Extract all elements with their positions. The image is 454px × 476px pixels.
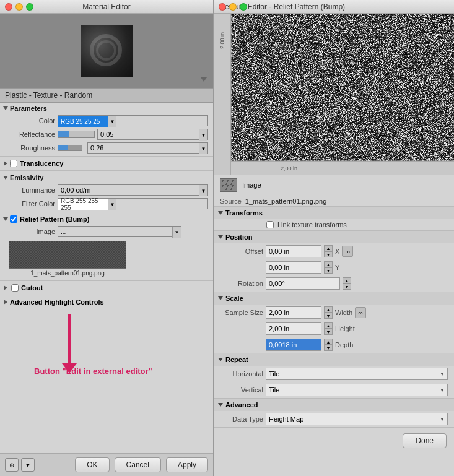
luminance-row: Luminance 0,00 cd/m ▼: [0, 183, 213, 197]
reflectance-value[interactable]: 0,05: [98, 129, 199, 139]
offset-y-unit: Y: [335, 264, 339, 271]
reflectance-input-group[interactable]: 0,05 ▼: [97, 129, 208, 140]
minimize-button[interactable]: [15, 3, 23, 11]
repeat-horizontal-dropdown[interactable]: Tile ▼: [266, 368, 448, 380]
image-dropdown[interactable]: ▼: [172, 227, 181, 238]
transforms-header[interactable]: Transforms: [214, 207, 454, 219]
image-input-group[interactable]: ... ▼: [58, 226, 181, 237]
separator-4: [0, 280, 213, 281]
rotation-label: Rotation: [220, 280, 263, 287]
advanced-header[interactable]: Advanced: [214, 399, 454, 411]
image-name: ...: [58, 227, 172, 236]
cancel-button[interactable]: Cancel: [115, 457, 161, 472]
te-maximize-button[interactable]: [240, 3, 247, 11]
scale-height-input[interactable]: 2,00 in: [266, 322, 321, 335]
scale-header[interactable]: Scale: [214, 292, 454, 305]
noise-texture-canvas: [214, 14, 454, 175]
repeat-horizontal-label: Horizontal: [220, 370, 263, 378]
cutout-checkbox[interactable]: [11, 284, 19, 292]
cutout-section[interactable]: Cutout: [0, 282, 213, 293]
repeat-vertical-dropdown[interactable]: Tile ▼: [266, 384, 448, 396]
offset-link-icon[interactable]: ∞: [342, 246, 353, 257]
relief-pattern-section[interactable]: Relief Pattern (Bump): [0, 214, 213, 225]
link-transforms-checkbox[interactable]: [266, 221, 274, 228]
scale-width-step-down[interactable]: ▼: [324, 313, 333, 319]
scale-width-row: Sample Size 2,00 in ▲ ▼ Width ∞: [214, 305, 454, 321]
add-material-button[interactable]: ⊕: [5, 458, 19, 472]
advanced-highlight-section[interactable]: Advanced Highlight Controls: [0, 296, 213, 308]
offset-y-step-up[interactable]: ▲: [324, 261, 333, 267]
separator-1: [0, 156, 213, 157]
scale-depth-stepper[interactable]: ▲ ▼: [324, 339, 333, 351]
apply-button[interactable]: Apply: [166, 457, 208, 472]
scale-height-step-down[interactable]: ▼: [324, 329, 333, 335]
filter-color-input-group[interactable]: RGB 255 255 255 ▼: [58, 198, 208, 209]
repeat-section: Repeat Horizontal Tile ▼ Vertical Tile ▼: [214, 353, 454, 399]
repeat-horizontal-row: Horizontal Tile ▼: [214, 366, 454, 382]
scale-width-input[interactable]: 2,00 in: [266, 306, 321, 319]
rotation-stepper[interactable]: ▲ ▼: [343, 277, 351, 290]
roughness-stepper[interactable]: ▼: [199, 143, 207, 154]
maximize-button[interactable]: [26, 3, 33, 11]
emissivity-section-header[interactable]: Emissivity: [0, 172, 213, 183]
color-input-group[interactable]: RGB 25 25 25 ▼: [58, 115, 208, 126]
translucency-section[interactable]: Translucency: [0, 158, 213, 169]
te-minimize-button[interactable]: [229, 3, 237, 11]
scale-depth-input[interactable]: 0,0018 in: [266, 339, 321, 351]
cutout-label: Cutout: [21, 284, 43, 292]
position-header[interactable]: Position: [214, 231, 454, 243]
scale-width-stepper[interactable]: ▲ ▼: [324, 306, 333, 319]
offset-x-stepper[interactable]: ▲ ▼: [324, 245, 333, 257]
done-button[interactable]: Done: [403, 433, 447, 448]
offset-x-step-up[interactable]: ▲: [324, 245, 333, 251]
scale-depth-step-down[interactable]: ▼: [324, 345, 333, 351]
preview-dropdown-arrow[interactable]: [201, 77, 207, 82]
texture-editor-panel: Texture Editor - Relief Pattern (Bump) 2…: [214, 0, 454, 476]
offset-x-step-down[interactable]: ▼: [324, 251, 333, 257]
filter-color-dropdown[interactable]: ▼: [108, 199, 116, 210]
close-button[interactable]: [5, 3, 12, 11]
transforms-section: Transforms Link texture transforms: [214, 207, 454, 231]
te-close-button[interactable]: [219, 3, 226, 11]
parameters-section-header[interactable]: Parameters: [0, 103, 213, 114]
offset-y-step-down[interactable]: ▼: [324, 267, 333, 274]
roughness-label: Roughness: [9, 144, 55, 152]
offset-x-input[interactable]: 0,00 in: [266, 245, 321, 257]
repeat-vertical-row: Vertical Tile ▼: [214, 382, 454, 398]
scale-depth-step-up[interactable]: ▲: [324, 339, 333, 345]
scale-height-stepper[interactable]: ▲ ▼: [324, 322, 333, 335]
luminance-input-group[interactable]: 0,00 cd/m ▼: [58, 184, 208, 196]
image-preview-thumbnail[interactable]: [9, 241, 126, 269]
ok-button[interactable]: OK: [75, 457, 109, 472]
separator-2: [0, 170, 213, 171]
relief-pattern-checkbox[interactable]: [10, 215, 17, 223]
rotation-step-up[interactable]: ▲: [343, 277, 351, 283]
repeat-header[interactable]: Repeat: [214, 353, 454, 366]
rotation-step-down[interactable]: ▼: [343, 283, 351, 290]
reflectance-bar: [58, 131, 95, 138]
rotation-row: Rotation 0,00° ▲ ▼: [214, 275, 454, 292]
luminance-value[interactable]: 0,00 cd/m: [58, 185, 199, 195]
rotation-input[interactable]: 0,00°: [266, 277, 340, 290]
roughness-value[interactable]: 0,26: [88, 143, 199, 153]
data-type-dropdown[interactable]: Height Map ▼: [266, 413, 448, 425]
scale-label: Scale: [225, 295, 243, 302]
sample-size-label: Sample Size: [220, 309, 263, 316]
offset-label: Offset: [220, 248, 263, 255]
color-swatch[interactable]: RGB 25 25 25: [58, 116, 108, 127]
scale-height-step-up[interactable]: ▲: [324, 322, 333, 329]
scale-link-icon[interactable]: ∞: [355, 307, 366, 318]
advanced-section: Advanced Data Type Height Map ▼: [214, 399, 454, 428]
offset-y-stepper[interactable]: ▲ ▼: [324, 261, 333, 274]
translucency-checkbox[interactable]: [10, 160, 17, 167]
material-options-button[interactable]: ▼: [21, 458, 35, 472]
offset-y-input[interactable]: 0,00 in: [266, 261, 321, 274]
roughness-input-group[interactable]: 0,26 ▼: [87, 142, 208, 154]
reflectance-stepper[interactable]: ▼: [199, 129, 207, 141]
position-triangle-icon: [218, 235, 223, 239]
scale-width-step-up[interactable]: ▲: [324, 306, 333, 313]
color-dropdown-arrow[interactable]: ▼: [108, 116, 116, 127]
luminance-stepper[interactable]: ▼: [199, 185, 207, 196]
separator-3: [0, 212, 213, 212]
filter-color-swatch[interactable]: RGB 255 255 255: [58, 199, 108, 210]
